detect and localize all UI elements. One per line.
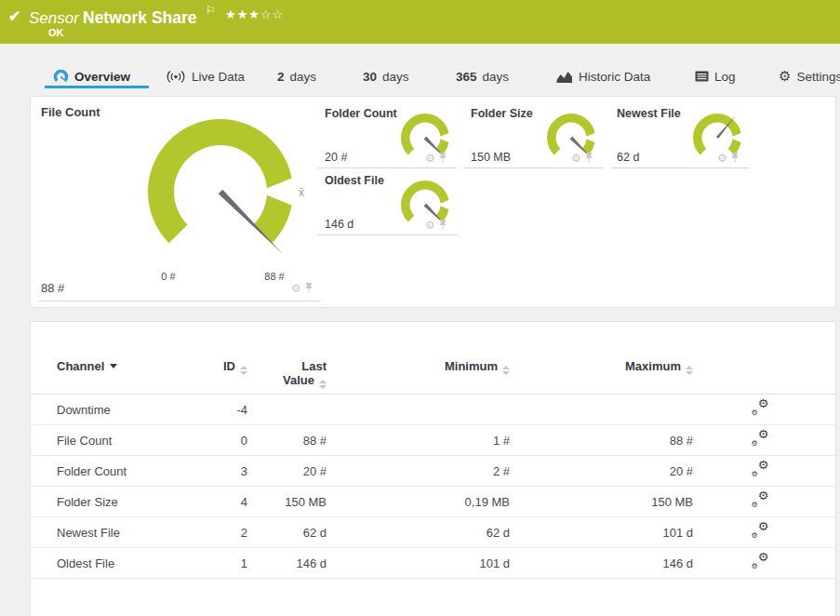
gauge-label: Folder Count (325, 107, 397, 120)
prtg-sensor-page: ✔ Sensor Network Share ⚐ ★★★☆☆ OK Overvi… (0, 0, 840, 616)
cell-last-value: 88 # (247, 434, 327, 448)
gauge-scale-min: 0 # (150, 271, 187, 282)
table-row-downtime: Downtime -4 ⚙⚙ (31, 395, 835, 425)
cell-minimum: 2 # (327, 464, 510, 478)
priority-stars[interactable]: ★★★☆☆ (225, 7, 284, 21)
table-row-folder-count: Folder Count 3 20 # 2 # 20 # ⚙⚙ (31, 456, 835, 487)
cell-minimum: 62 d (327, 526, 510, 540)
cell-minimum: 1 # (327, 434, 510, 448)
pin-icon[interactable] (438, 153, 447, 164)
tab-365-days[interactable]: 365 days (456, 63, 509, 89)
primary-gauge-value: 88 # (41, 281, 64, 295)
gauges-panel: File Count x̄ 0 # 88 # 88 # ⚙ Folder Cou… (30, 96, 836, 308)
log-list-icon (695, 71, 709, 82)
sort-arrows-icon (502, 366, 510, 375)
sensor-title: Network Share (83, 8, 197, 28)
cell-id: 0 (210, 434, 247, 448)
cell-id: 3 (210, 464, 247, 478)
channel-settings-icon[interactable]: ⚙⚙ (752, 554, 769, 569)
column-header-minimum[interactable]: Minimum (327, 359, 510, 375)
tab-label: Log (714, 70, 736, 84)
pin-icon[interactable] (730, 153, 740, 164)
tab-label: days (290, 70, 317, 84)
column-header-id[interactable]: ID (210, 359, 247, 375)
channel-settings-icon[interactable]: ⚙⚙ (752, 492, 769, 508)
column-header-last-value[interactable]: Last Value (247, 359, 327, 389)
gauge-settings-icon[interactable]: ⚙ (571, 153, 581, 164)
gauge-icon (53, 69, 69, 85)
tab-live-data[interactable]: Live Data (166, 63, 245, 89)
tab-label: Settings (796, 70, 840, 84)
cell-minimum: 101 d (327, 556, 510, 570)
gauge-value: 146 d (325, 218, 353, 231)
gauge-label: Oldest File (325, 174, 384, 187)
tab-log[interactable]: Log (695, 63, 736, 89)
table-header-row: Channel ID Last Value Minimum Maximum (31, 359, 835, 395)
channel-settings-icon[interactable]: ⚙⚙ (752, 523, 769, 539)
gauge-label: Newest File (617, 107, 681, 120)
cell-minimum: 0,19 MB (327, 495, 510, 509)
primary-gauge-label: File Count (41, 105, 100, 119)
gauge-settings-icon[interactable]: ⚙ (291, 283, 301, 294)
tab-30-days[interactable]: 30 days (363, 63, 409, 89)
gauge-scale-max: 88 # (254, 271, 295, 282)
column-header-maximum[interactable]: Maximum (510, 359, 693, 375)
tab-label: days (483, 70, 510, 84)
pin-icon[interactable] (438, 220, 447, 231)
gauge-value: 62 d (617, 151, 639, 164)
cell-id: 1 (210, 556, 247, 570)
channel-settings-icon[interactable]: ⚙⚙ (752, 400, 769, 416)
flag-icon[interactable]: ⚐ (206, 4, 216, 17)
tab-label: Live Data (192, 70, 245, 84)
tab-number: 365 (456, 70, 477, 84)
tab-label: Historic Data (579, 70, 650, 84)
cell-last-value: 146 d (247, 556, 327, 570)
cell-channel: Oldest File (57, 556, 210, 570)
gauge-tile-folder-count: Folder Count 20 # ⚙ (318, 105, 458, 168)
average-marker: x̄ (299, 186, 304, 199)
column-header-channel[interactable]: Channel (57, 359, 210, 373)
gauge-tile-newest-file: Newest File 62 d ⚙ (610, 105, 750, 168)
active-tab-underline (45, 86, 149, 88)
cell-maximum: 20 # (510, 464, 693, 478)
cell-channel: Folder Size (57, 495, 210, 509)
object-kind-label: Sensor (29, 9, 79, 28)
cell-last-value: 150 MB (247, 495, 327, 509)
sort-caret-icon (110, 364, 117, 368)
tab-settings[interactable]: ⚙ Settings (779, 63, 840, 89)
cell-channel: Folder Count (57, 464, 210, 478)
table-row-file-count: File Count 0 88 # 1 # 88 # ⚙⚙ (31, 425, 835, 456)
sort-arrows-icon (319, 380, 327, 389)
pin-icon[interactable] (304, 283, 313, 294)
cell-last-value: 20 # (247, 464, 327, 478)
live-data-icon (166, 70, 186, 84)
cell-channel: File Count (57, 434, 210, 448)
tab-historic-data[interactable]: Historic Data (556, 63, 650, 89)
cell-maximum: 101 d (510, 526, 693, 540)
gauge-tile-oldest-file: Oldest File 146 d ⚙ (318, 172, 458, 235)
cell-id: -4 (210, 403, 247, 417)
gauge-value: 150 MB (471, 151, 511, 164)
channel-settings-icon[interactable]: ⚙⚙ (752, 462, 769, 477)
cell-last-value: 62 d (247, 526, 327, 540)
cell-maximum: 150 MB (510, 495, 693, 509)
area-chart-icon (556, 71, 573, 83)
sort-arrows-icon (686, 366, 693, 375)
cell-maximum: 146 d (510, 556, 693, 570)
gauge-settings-icon[interactable]: ⚙ (717, 153, 727, 164)
gear-icon: ⚙ (779, 68, 791, 85)
gauge-label: Folder Size (471, 107, 533, 120)
sort-arrows-icon (240, 366, 247, 375)
table-row-oldest-file: Oldest File 1 146 d 101 d 146 d ⚙⚙ (31, 548, 835, 579)
cell-channel: Downtime (57, 403, 210, 417)
tile-divider (38, 301, 321, 301)
gauge-settings-icon[interactable]: ⚙ (425, 220, 435, 231)
tab-2-days[interactable]: 2 days (277, 63, 316, 89)
cell-maximum: 88 # (510, 434, 693, 448)
tab-label: days (382, 70, 409, 84)
status-badge: OK (48, 27, 64, 38)
gauge-settings-icon[interactable]: ⚙ (425, 153, 435, 164)
pin-icon[interactable] (584, 153, 593, 164)
channel-settings-icon[interactable]: ⚙⚙ (752, 431, 769, 447)
tab-label: Overview (74, 70, 130, 84)
